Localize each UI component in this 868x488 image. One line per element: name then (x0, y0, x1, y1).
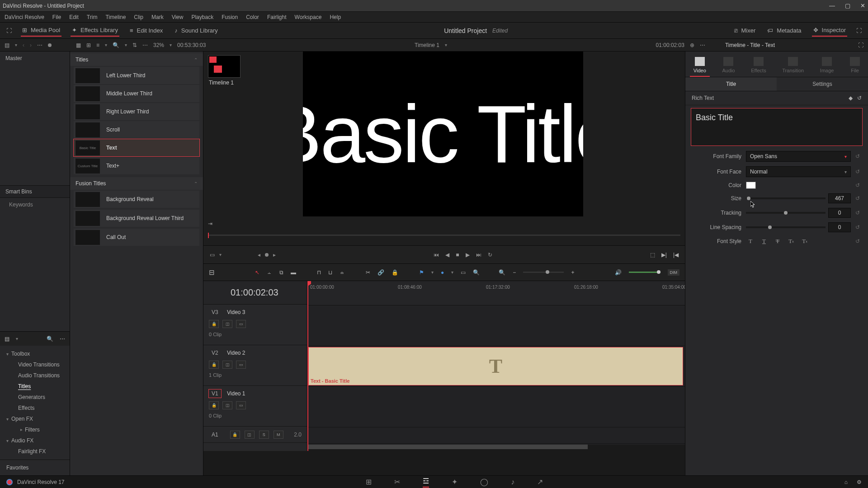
line-spacing-slider[interactable] (746, 226, 826, 228)
zoom-in-icon[interactable]: + (571, 269, 574, 276)
inspector-tab-image[interactable]: Image (816, 54, 838, 77)
subtab-title[interactable]: Title (685, 77, 777, 91)
razor-icon[interactable]: ✂ (366, 269, 370, 276)
match-frame-icon[interactable]: ⬚ (650, 252, 655, 258)
menu-help[interactable]: Help (330, 14, 341, 20)
disable-track-icon[interactable]: ▭ (236, 320, 246, 328)
expand-icon[interactable]: ⛶ (856, 28, 862, 34)
reset-icon[interactable]: ↺ (855, 210, 862, 216)
record-icon[interactable] (48, 43, 52, 47)
timecode-menu-icon[interactable]: ⊕ (690, 42, 694, 48)
font-style-normal-button[interactable]: T (746, 237, 755, 246)
next-edit-icon[interactable]: ▸ (273, 252, 276, 258)
timeline-body[interactable]: 01:00:00:00 01:08:46:00 01:17:32:00 01:2… (307, 281, 685, 451)
title-left-lower-third[interactable]: Left Lower Third (74, 67, 199, 84)
zoom-timeline-icon[interactable]: 🔍 (499, 269, 505, 276)
play-icon[interactable]: ▶ (466, 252, 470, 258)
lock-icon[interactable]: 🔒 (392, 269, 398, 276)
favorites-header[interactable]: Favorites (0, 460, 70, 475)
chevron-down-icon[interactable]: ▾ (15, 42, 17, 47)
reset-icon[interactable]: ↺ (855, 182, 862, 188)
tree-audio-transitions[interactable]: Audio Transitions (0, 370, 70, 381)
search-icon[interactable]: 🔍 (113, 42, 119, 48)
collapse-icon[interactable]: ⌃ (194, 181, 198, 186)
timeline-track-v1[interactable] (307, 387, 685, 427)
font-face-dropdown[interactable]: Normal▾ (746, 166, 851, 177)
font-family-dropdown[interactable]: Open Sans▾ (746, 151, 851, 162)
more-icon[interactable]: ⋯ (37, 42, 42, 48)
overwrite-clip-icon[interactable]: ⊔ (328, 269, 332, 276)
replace-clip-icon[interactable]: ⫨ (340, 269, 345, 276)
menu-clip[interactable]: Clip (134, 14, 143, 20)
expand-inspector-icon[interactable]: ⛶ (858, 42, 863, 48)
more-icon[interactable]: ⋯ (60, 336, 65, 342)
prev-clip-icon[interactable]: |◀ (673, 252, 679, 258)
timeline-timecode[interactable]: 01:00:02:03 (203, 281, 307, 305)
timeline-track-v3[interactable] (307, 305, 685, 346)
page-edit-icon[interactable]: ☲ (423, 477, 429, 488)
clip-text-basic-title[interactable]: T Text - Basic Title (308, 347, 683, 385)
dynamic-trim-icon[interactable]: ⧉ (279, 269, 283, 276)
title-scroll[interactable]: Scroll (74, 121, 199, 138)
font-style-underline-button[interactable]: T (760, 237, 769, 246)
master-bin[interactable]: Master (0, 52, 70, 65)
fullscreen-icon[interactable]: ⛶ (6, 28, 12, 34)
volume-slider[interactable] (629, 272, 660, 273)
viewer-zoom[interactable]: 32% (153, 42, 164, 48)
keywords-bin[interactable]: Keywords (0, 198, 70, 211)
inspector-tab-video[interactable]: Video (690, 54, 710, 77)
timeline-track-a1[interactable] (307, 427, 685, 444)
menu-playback[interactable]: Playback (191, 14, 213, 20)
settings-gear-icon[interactable]: ⚙ (857, 479, 862, 485)
font-style-super-button[interactable]: Tx (787, 237, 796, 246)
page-cut-icon[interactable]: ✂ (394, 478, 400, 486)
go-end-icon[interactable]: ⏭ (476, 252, 481, 258)
auto-select-icon[interactable]: ◫ (245, 431, 255, 439)
mixer-button[interactable]: ⎚Mixer (733, 25, 757, 36)
size-slider[interactable] (746, 197, 826, 199)
zoom-out-icon[interactable]: − (513, 269, 516, 276)
link-icon[interactable]: 🔗 (377, 269, 384, 276)
menu-file[interactable]: File (52, 14, 61, 20)
track-header-a1[interactable]: A1 🔒 ◫ S M 2.0 (203, 427, 307, 443)
reset-icon[interactable]: ↺ (855, 169, 862, 175)
bin-view-icon[interactable]: ▤ (5, 42, 9, 48)
lock-track-icon[interactable]: 🔒 (209, 361, 219, 369)
inspector-button[interactable]: ✥Inspector (812, 24, 847, 37)
inspector-tab-file[interactable]: File (846, 54, 863, 77)
subtab-settings[interactable]: Settings (777, 77, 868, 91)
smart-bins-header[interactable]: Smart Bins (0, 185, 70, 198)
more-icon[interactable]: ⋯ (700, 42, 705, 48)
chevron-down-icon[interactable]: ▾ (16, 336, 18, 341)
page-deliver-icon[interactable]: ↗ (537, 478, 543, 486)
line-spacing-value[interactable]: 0 (828, 222, 851, 232)
auto-select-icon[interactable]: ◫ (222, 401, 232, 409)
bin-view-icon[interactable]: ▤ (5, 336, 9, 342)
step-back-icon[interactable]: ◀ (445, 252, 449, 258)
menu-view[interactable]: View (172, 14, 184, 20)
position-timecode[interactable]: 01:00:02:03 (656, 42, 684, 48)
inspector-tab-audio[interactable]: Audio (718, 54, 738, 77)
tree-video-transitions[interactable]: Video Transitions (0, 359, 70, 370)
menu-timeline[interactable]: Timeline (105, 14, 126, 20)
dim-button[interactable]: DIM (668, 269, 680, 276)
page-fairlight-icon[interactable]: ♪ (511, 478, 514, 486)
title-text-input[interactable]: Basic Title (691, 108, 863, 146)
timeline-scrollbar[interactable] (307, 445, 685, 451)
chevron-down-icon[interactable]: ▾ (219, 252, 222, 257)
disable-track-icon[interactable]: ▭ (236, 361, 246, 369)
page-fusion-icon[interactable]: ✦ (452, 478, 458, 486)
keyframe-icon[interactable]: ◆ (849, 95, 853, 101)
volume-icon[interactable]: 🔊 (615, 269, 622, 276)
title-text[interactable]: Basic TitleText (74, 139, 199, 156)
zoom-slider[interactable] (523, 272, 564, 273)
tree-toolbox[interactable]: ▾Toolbox (0, 348, 70, 359)
sort-icon[interactable]: ⇅ (132, 42, 137, 48)
track-header-v2[interactable]: V2 Video 2 🔒◫▭ 1 Clip (203, 345, 307, 386)
more-icon[interactable]: ⋯ (142, 42, 148, 48)
stop-icon[interactable]: ■ (456, 252, 459, 258)
auto-select-icon[interactable]: ◫ (222, 320, 232, 328)
tree-filters[interactable]: ▾ Filters (0, 424, 70, 435)
search-icon[interactable]: 🔍 (47, 336, 53, 342)
font-style-sub-button[interactable]: Tx (800, 237, 809, 246)
